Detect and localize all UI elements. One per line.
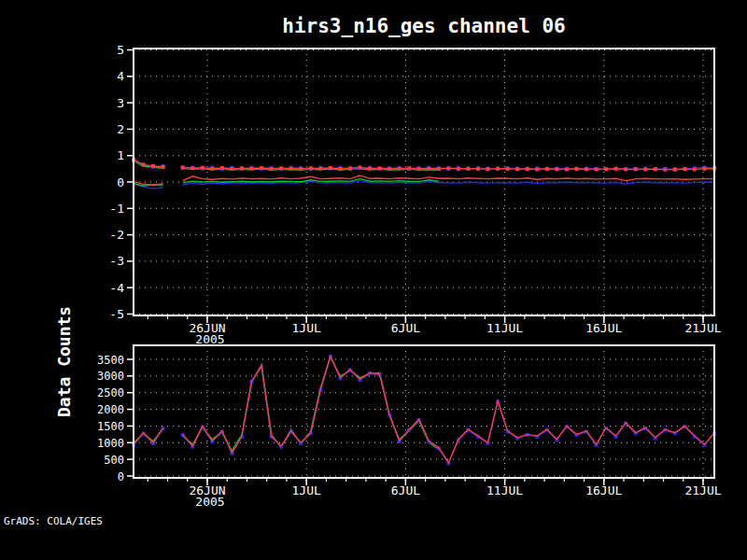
bottom-chart-ytick-label: 3500 [97, 354, 124, 367]
bottom-chart-xtick-label: 6JUL [391, 483, 420, 497]
top-chart-ytick-label: -2 [109, 228, 124, 242]
top-chart-ytick-label: 0 [117, 175, 124, 189]
top-chart-ytick-label: 2 [117, 122, 124, 136]
bottom-chart: 350030002500200015001000500026JUN20051JU… [97, 345, 722, 509]
plot-svg: 543210-1-2-3-4-526JUN20051JUL6JUL11JUL16… [0, 0, 747, 560]
top-chart-ytick-label: 5 [117, 43, 124, 57]
bottom-chart-xtick-label: 16JUL [585, 483, 622, 497]
top-chart-ytick-label: -1 [109, 202, 124, 216]
top-chart-xtick-label: 11JUL [486, 321, 523, 335]
top-chart-ytick-label: 1 [117, 148, 124, 162]
bottom-chart-ytick-label: 1000 [97, 437, 124, 450]
top-chart: 543210-1-2-3-4-526JUN20051JUL6JUL11JUL16… [109, 43, 721, 346]
top-chart-xtick-label: 6JUL [391, 321, 420, 335]
bottom-chart-xtick-label: 1JUL [292, 483, 321, 497]
bottom-chart-xtick-label: 21JUL [684, 483, 721, 497]
top-chart-xtick-label: 16JUL [585, 321, 622, 335]
bottom-chart-xtick-label: 11JUL [486, 483, 523, 497]
top-chart-ytick-label: 4 [117, 69, 124, 83]
bottom-chart-y-axis: 3500300025002000150010005000 [97, 354, 134, 483]
top-chart-ytick-label: -5 [109, 307, 124, 321]
grads-canvas: hirs3_n16_ges channel 06 543210-1-2-3-4-… [0, 0, 747, 560]
bottom-chart-frame [134, 345, 714, 478]
grads-attribution: GrADS: COLA/IGES [4, 515, 103, 527]
top-chart-y-axis: 543210-1-2-3-4-5 [109, 43, 134, 321]
bottom-chart-ytick-label: 500 [104, 454, 124, 467]
bottom-chart-x-axis: 26JUN20051JUL6JUL11JUL16JUL21JUL [148, 478, 721, 509]
top-chart-ytick-label: -3 [109, 254, 124, 268]
top-chart-ytick-label: 3 [117, 96, 124, 110]
top-chart-xtick-year: 2005 [195, 332, 224, 346]
top-chart-xtick-label: 21JUL [684, 321, 721, 335]
bottom-chart-series-counts-green [134, 357, 439, 451]
bottom-chart-ytick-label: 0 [118, 470, 124, 483]
bottom-chart-series-counts-blue [132, 355, 716, 465]
bottom-chart-ytick-label: 2000 [97, 403, 124, 416]
bottom-chart-ytick-label: 2500 [97, 386, 124, 399]
top-chart-ytick-label: -4 [109, 281, 124, 295]
bottom-chart-xtick-year: 2005 [195, 495, 224, 509]
top-chart-x-axis: 26JUN20051JUL6JUL11JUL16JUL21JUL [148, 315, 721, 346]
bottom-chart-ytick-label: 3000 [97, 370, 124, 383]
bottom-chart-ytick-label: 1500 [97, 420, 124, 433]
top-chart-xtick-label: 1JUL [292, 321, 321, 335]
bottom-chart-grid [134, 345, 714, 478]
